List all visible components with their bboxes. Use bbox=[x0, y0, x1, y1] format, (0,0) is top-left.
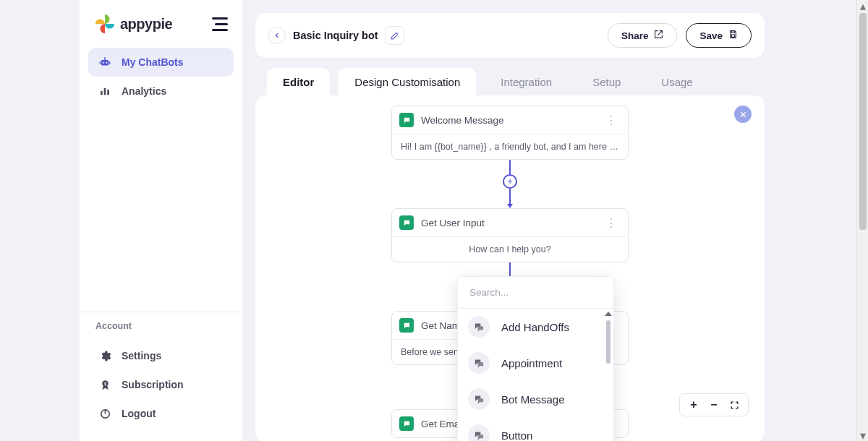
scroll-up-icon[interactable]: ▴ bbox=[857, 0, 868, 12]
gear-icon bbox=[98, 349, 111, 362]
share-icon bbox=[654, 30, 663, 41]
popover-item-add-handoffs[interactable]: Add HandOffs bbox=[458, 309, 613, 345]
tab-editor[interactable]: Editor bbox=[267, 68, 330, 96]
tab-usage[interactable]: Usage bbox=[645, 68, 708, 96]
scroll-thumb[interactable] bbox=[859, 13, 867, 230]
nav-item-subscription[interactable]: $ Subscription bbox=[88, 370, 234, 399]
search-input[interactable] bbox=[458, 277, 613, 308]
svg-rect-14 bbox=[731, 35, 734, 37]
nav-label: Subscription bbox=[122, 379, 184, 390]
svg-rect-5 bbox=[109, 61, 111, 64]
node-menu-icon[interactable]: ⋮ bbox=[603, 114, 621, 127]
svg-rect-13 bbox=[731, 31, 734, 33]
back-button[interactable] bbox=[268, 27, 286, 44]
nav-item-my-chatbots[interactable]: My ChatBots bbox=[88, 48, 234, 77]
node-title: Welcome Message bbox=[421, 115, 504, 126]
tab-label: Editor bbox=[283, 76, 314, 88]
account-nav: Account Settings $ Subscription bbox=[80, 312, 242, 441]
tab-label: Usage bbox=[661, 76, 692, 88]
topbar: Basic Inquiry bot Share Save bbox=[255, 13, 765, 58]
popover-item-label: Appointment bbox=[501, 357, 562, 369]
nav-item-analytics[interactable]: Analytics bbox=[88, 77, 234, 106]
tab-design-customisation[interactable]: Design Customisation bbox=[339, 68, 476, 96]
svg-rect-8 bbox=[107, 90, 109, 95]
svg-rect-4 bbox=[100, 61, 101, 64]
tab-label: Design Customisation bbox=[354, 76, 460, 88]
svg-rect-1 bbox=[104, 57, 106, 60]
nav-label: My ChatBots bbox=[122, 56, 184, 68]
menu-toggle-icon[interactable] bbox=[212, 17, 228, 31]
tab-setup[interactable]: Setup bbox=[576, 68, 637, 96]
window-scrollbar[interactable]: ▴ ▾ bbox=[856, 0, 868, 441]
svg-rect-6 bbox=[101, 91, 103, 95]
popover-item-bot-message[interactable]: Bot Message bbox=[458, 381, 613, 417]
primary-nav: My ChatBots Analytics bbox=[80, 42, 242, 111]
tab-label: Setup bbox=[592, 76, 621, 88]
tab-integration[interactable]: Integration bbox=[485, 68, 568, 96]
bar-chart-icon bbox=[98, 85, 111, 98]
editor-canvas[interactable]: Welcome Message ⋮ Hi! I am {{bot_name}} … bbox=[255, 95, 765, 441]
node-body: How can I help you? bbox=[392, 236, 628, 262]
svg-point-2 bbox=[103, 62, 104, 64]
message-icon bbox=[399, 318, 414, 333]
main-area: Basic Inquiry bot Share Save bbox=[242, 0, 778, 441]
brand-name: appypie bbox=[120, 16, 172, 33]
share-label: Share bbox=[621, 30, 649, 41]
bot-title: Basic Inquiry bot bbox=[293, 30, 378, 41]
save-label: Save bbox=[699, 30, 723, 41]
chat-icon bbox=[468, 388, 490, 410]
share-button[interactable]: Share bbox=[608, 23, 678, 48]
tab-bar: Editor Design Customisation Integration … bbox=[255, 68, 765, 96]
svg-text:$: $ bbox=[104, 382, 106, 385]
badge-icon: $ bbox=[98, 378, 111, 391]
add-node-popover: Add HandOffs Appointment Bot Message bbox=[457, 276, 614, 441]
node-menu-icon[interactable]: ⋮ bbox=[603, 216, 621, 230]
add-node-button[interactable]: + bbox=[503, 174, 517, 189]
node-title: Get User Input bbox=[421, 218, 485, 228]
chat-icon bbox=[468, 316, 490, 338]
nav-item-settings[interactable]: Settings bbox=[88, 341, 234, 370]
message-icon bbox=[399, 416, 414, 431]
popover-item-appointment[interactable]: Appointment bbox=[458, 345, 613, 381]
nav-label: Settings bbox=[122, 350, 161, 361]
nav-label: Logout bbox=[122, 408, 156, 419]
logo-mark-icon bbox=[94, 13, 116, 35]
popover-item-button[interactable]: Button bbox=[458, 417, 613, 441]
node-body: Hi! I am {{bot_name}} , a friendly bot, … bbox=[392, 134, 628, 159]
scroll-down-icon[interactable]: ▾ bbox=[857, 429, 868, 441]
svg-rect-7 bbox=[104, 88, 106, 95]
popover-item-label: Button bbox=[501, 429, 532, 442]
popover-item-label: Add HandOffs bbox=[501, 321, 569, 333]
svg-point-3 bbox=[106, 62, 107, 64]
power-icon bbox=[98, 407, 111, 420]
popover-list[interactable]: Add HandOffs Appointment Bot Message bbox=[458, 308, 613, 441]
popover-item-label: Bot Message bbox=[501, 393, 565, 406]
fullscreen-button[interactable] bbox=[728, 398, 741, 411]
save-button[interactable]: Save bbox=[686, 23, 752, 48]
zoom-out-button[interactable]: − bbox=[707, 398, 720, 411]
nav-item-logout[interactable]: Logout bbox=[88, 399, 234, 428]
message-icon bbox=[399, 113, 414, 127]
left-gutter bbox=[0, 0, 80, 441]
connector: + bbox=[503, 160, 517, 208]
message-icon bbox=[399, 215, 414, 230]
nav-label: Analytics bbox=[122, 85, 166, 97]
close-panel-button[interactable] bbox=[734, 106, 752, 123]
flow-node-welcome-message[interactable]: Welcome Message ⋮ Hi! I am {{bot_name}} … bbox=[391, 106, 629, 160]
zoom-in-button[interactable]: + bbox=[687, 398, 700, 411]
chat-icon bbox=[468, 352, 490, 374]
chat-icon bbox=[468, 424, 490, 441]
svg-rect-0 bbox=[101, 60, 109, 66]
tab-label: Integration bbox=[501, 76, 552, 88]
brand-logo[interactable]: appypie bbox=[94, 13, 172, 35]
robot-icon bbox=[98, 56, 111, 69]
save-icon bbox=[728, 30, 738, 41]
edit-title-button[interactable] bbox=[386, 26, 404, 45]
sidebar: appypie My ChatBots Analytics Account bbox=[80, 0, 242, 441]
flow-node-get-user-input[interactable]: Get User Input ⋮ How can I help you? bbox=[391, 208, 629, 262]
account-heading: Account bbox=[80, 312, 242, 335]
canvas-controls: + − bbox=[679, 393, 749, 416]
